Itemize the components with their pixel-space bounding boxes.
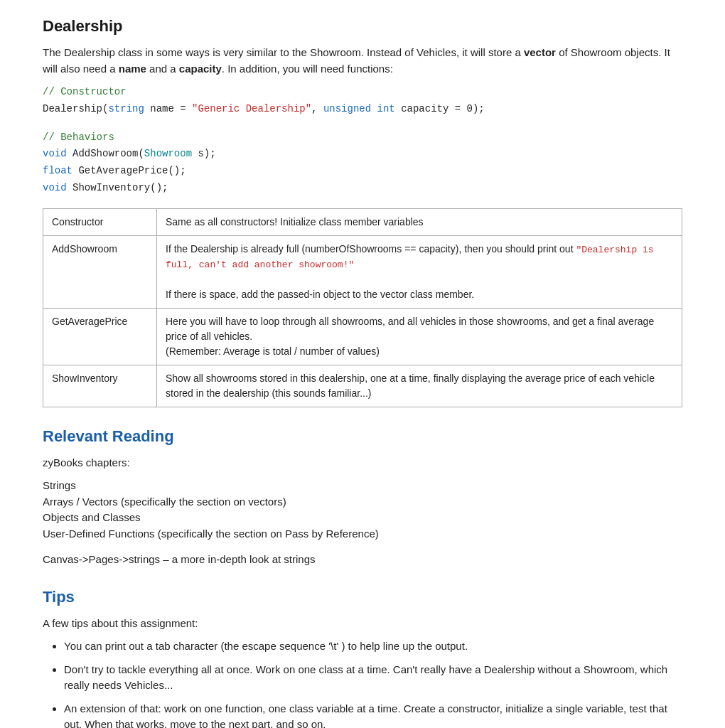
- code-capacity-default: capacity = 0);: [395, 103, 485, 114]
- table-cell-getavgprice-name: GetAveragePrice: [43, 308, 157, 365]
- table-row-addshowroom: AddShowroom If the Dealership is already…: [43, 235, 682, 308]
- code-float: float: [43, 165, 72, 176]
- intro-bold-capacity: capacity: [179, 63, 222, 75]
- reading-item-functions: User-Defined Functions (specifically the…: [43, 526, 682, 542]
- code-getavgprice: GetAveragePrice();: [72, 165, 186, 176]
- tips-list: You can print out a tab character (the e…: [64, 638, 682, 728]
- table-cell-showinventory-desc: Show all showrooms stored in this dealer…: [157, 365, 682, 407]
- tips-title: Tips: [43, 585, 682, 609]
- code-addshowroom-param: s);: [192, 148, 216, 159]
- dealership-table: Constructor Same as all constructors! In…: [43, 208, 682, 407]
- code-name-default: name =: [144, 103, 192, 114]
- intro-end: . In addition, you will need functions:: [222, 63, 393, 75]
- code-void-1: void: [43, 148, 67, 159]
- code-comma: ,: [311, 103, 323, 114]
- intro-bold-vector: vector: [524, 46, 556, 58]
- code-type-string: string: [108, 103, 144, 114]
- table-cell-addshowroom-name: AddShowroom: [43, 235, 157, 308]
- code-showinventory: ShowInventory();: [67, 182, 168, 193]
- relevant-reading-section: Relevant Reading zyBooks chapters: Strin…: [43, 424, 682, 568]
- intro-text: The Dealership class in some ways is ver…: [43, 46, 524, 58]
- tips-section: Tips A few tips about this assignment: Y…: [43, 585, 682, 728]
- dealership-title: Dealership: [43, 14, 682, 38]
- reading-list: Strings Arrays / Vectors (specifically t…: [43, 478, 682, 542]
- intro-bold-name: name: [119, 63, 146, 75]
- table-row-getaverageprice: GetAveragePrice Here you will have to lo…: [43, 308, 682, 365]
- table-cell-constructor-desc: Same as all constructors! Initialize cla…: [157, 208, 682, 235]
- table-row-showinventory: ShowInventory Show all showrooms stored …: [43, 365, 682, 407]
- code-string-generic: "Generic Dealership": [192, 103, 311, 114]
- code-block-behaviors: // Behaviors void AddShowroom(Showroom s…: [43, 129, 682, 197]
- tips-item-2: Don't try to tackle everything all at on…: [64, 662, 682, 694]
- table-row-constructor: Constructor Same as all constructors! In…: [43, 208, 682, 235]
- code-block-constructor: // Constructor Dealership(string name = …: [43, 84, 682, 118]
- reading-item-strings: Strings: [43, 478, 682, 494]
- code-showroom-type: Showroom: [144, 148, 192, 159]
- table-cell-showinventory-name: ShowInventory: [43, 365, 157, 407]
- reading-item-arrays: Arrays / Vectors (specifically the secti…: [43, 494, 682, 510]
- tips-intro: A few tips about this assignment:: [43, 616, 682, 632]
- tips-item-1: You can print out a tab character (the e…: [64, 638, 682, 655]
- code-void-2: void: [43, 182, 67, 193]
- relevant-reading-title: Relevant Reading: [43, 424, 682, 448]
- canvas-link: Canvas->Pages->strings – a more in-depth…: [43, 552, 682, 568]
- table-cell-constructor-name: Constructor: [43, 208, 157, 235]
- reading-item-objects: Objects and Classes: [43, 510, 682, 526]
- code-type-uint: unsigned int: [323, 103, 395, 114]
- dealership-intro: The Dealership class in some ways is ver…: [43, 45, 682, 77]
- zybooks-intro: zyBooks chapters:: [43, 455, 682, 471]
- code-comment-behaviors: // Behaviors: [43, 132, 114, 143]
- table-cell-getavgprice-desc: Here you will have to loop through all s…: [157, 308, 682, 365]
- inline-code-full-msg: "Dealership is full, can't add another s…: [166, 245, 654, 271]
- code-addshowroom-call: AddShowroom(: [67, 148, 144, 159]
- code-comment-constructor: // Constructor: [43, 86, 127, 97]
- table-cell-addshowroom-desc: If the Dealership is already full (numbe…: [157, 235, 682, 308]
- tips-item-3: An extension of that: work on one functi…: [64, 701, 682, 728]
- dealership-section: Dealership The Dealership class in some …: [43, 14, 682, 407]
- code-dealership-call: Dealership(: [43, 103, 108, 114]
- intro-mid2: and a: [146, 63, 179, 75]
